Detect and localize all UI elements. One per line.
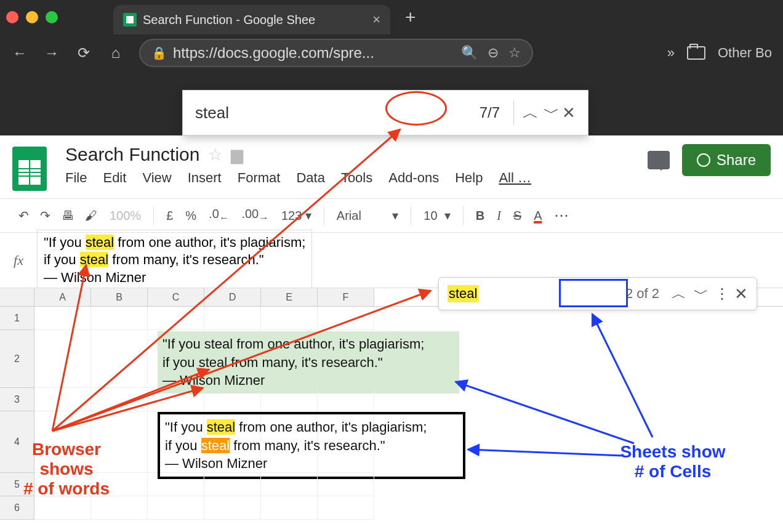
menu-data[interactable]: Data xyxy=(296,170,324,186)
zoom-select[interactable]: 100% xyxy=(110,209,141,223)
col-F[interactable]: F xyxy=(318,288,374,306)
sheets-find-prev-icon[interactable]: ︿ xyxy=(670,284,688,304)
highlight-word: steal xyxy=(80,252,108,267)
find-count: 7/7 xyxy=(480,104,500,121)
toolbar: ↶ ↷ 🖶 🖌 100% £ % .0← .00→ 123 ▾ Arial ▾ … xyxy=(0,198,783,233)
print-icon[interactable]: 🖶 xyxy=(62,209,74,223)
fullscreen-window[interactable] xyxy=(46,11,58,23)
undo-icon[interactable]: ↶ xyxy=(18,208,29,223)
row-5[interactable]: 5 xyxy=(0,473,34,496)
row-3[interactable]: 3 xyxy=(0,388,34,411)
text-color-button[interactable]: A xyxy=(534,209,542,223)
sheets-find-next-icon[interactable]: ﹀ xyxy=(693,284,710,304)
share-button[interactable]: Share xyxy=(682,144,771,176)
document-title[interactable]: Search Function xyxy=(65,144,199,165)
lock-icon: 🔒 xyxy=(151,46,167,60)
close-window[interactable] xyxy=(6,11,18,23)
share-label: Share xyxy=(717,151,756,169)
menu-help[interactable]: Help xyxy=(455,170,483,186)
browser-find-bar: steal 7/7 ︿ ﹀ ✕ xyxy=(182,90,588,135)
site-search-icon[interactable]: 🔍 xyxy=(461,45,478,61)
address-bar[interactable]: 🔒 https://docs.google.com/spre... 🔍 ⊖ ☆ xyxy=(139,39,533,67)
menu-edit[interactable]: Edit xyxy=(103,170,126,186)
browser-chrome: Search Function - Google Shee × + ← → ⟳ … xyxy=(0,0,783,135)
new-tab-button[interactable]: + xyxy=(405,7,416,28)
url-text: https://docs.google.com/spre... xyxy=(173,44,374,62)
minimize-window[interactable] xyxy=(26,11,38,23)
strike-button[interactable]: S xyxy=(513,209,521,223)
nav-bar: ← → ⟳ ⌂ 🔒 https://docs.google.com/spre..… xyxy=(0,34,783,71)
document-header: Search Function ☆ ▆ File Edit View Inser… xyxy=(0,135,783,191)
menu-insert[interactable]: Insert xyxy=(188,170,222,186)
increase-decimal[interactable]: .00→ xyxy=(241,207,268,224)
forward-icon[interactable]: → xyxy=(43,44,60,62)
menu-all[interactable]: All … xyxy=(499,170,531,186)
row-6[interactable]: 6 xyxy=(0,496,34,520)
currency-format[interactable]: £ xyxy=(166,209,173,223)
decrease-decimal[interactable]: .0← xyxy=(209,207,229,224)
select-all-corner[interactable] xyxy=(0,288,34,306)
fx-label: fx xyxy=(0,252,37,268)
other-bookmarks[interactable]: Other Bo xyxy=(718,45,772,61)
comments-icon[interactable] xyxy=(648,151,670,169)
italic-button[interactable]: I xyxy=(497,209,501,223)
row-4[interactable]: 4 xyxy=(0,411,34,473)
col-A[interactable]: A xyxy=(34,288,91,306)
highlight-word: steal xyxy=(207,419,235,435)
font-size[interactable]: 10 ▾ xyxy=(424,208,450,223)
sheets-logo-icon[interactable] xyxy=(12,147,47,191)
zoom-out-icon[interactable]: ⊖ xyxy=(488,45,499,61)
find-close-icon[interactable]: ✕ xyxy=(562,103,576,123)
percent-format[interactable]: % xyxy=(185,209,196,223)
overflow-icon[interactable]: » xyxy=(667,45,675,61)
sheets-find-count: 2 of 2 xyxy=(619,283,665,304)
col-C[interactable]: C xyxy=(148,288,204,306)
sheets-favicon xyxy=(123,13,137,26)
formula-content[interactable]: "If you steal from one author, it's plag… xyxy=(37,230,312,291)
highlight-word: steal xyxy=(86,235,114,250)
find-input[interactable]: steal xyxy=(195,103,229,123)
tab-title: Search Function - Google Shee xyxy=(143,13,315,27)
find-next-icon[interactable]: ﹀ xyxy=(541,102,562,124)
col-D[interactable]: D xyxy=(204,288,261,306)
reload-icon[interactable]: ⟳ xyxy=(75,44,92,62)
url-actions: 🔍 ⊖ ☆ xyxy=(461,45,521,61)
sheets-find-bar: steal 2 of 2 ︿ ﹀ ⋮ ✕ xyxy=(438,277,757,310)
folder-icon xyxy=(687,46,705,60)
menu-file[interactable]: File xyxy=(65,170,87,186)
col-E[interactable]: E xyxy=(261,288,318,306)
font-select[interactable]: Arial ▾ xyxy=(337,208,398,223)
toolbar-right: » Other Bo xyxy=(667,45,772,61)
menu-format[interactable]: Format xyxy=(238,170,281,186)
cell-B4-active[interactable]: "If you steal from one author, it's plag… xyxy=(158,412,465,479)
redo-icon[interactable]: ↷ xyxy=(40,208,50,223)
bold-button[interactable]: B xyxy=(476,209,484,223)
sheets-find-options-icon[interactable]: ⋮ xyxy=(715,285,729,302)
current-match: steal xyxy=(201,438,230,453)
tab-strip: Search Function - Google Shee × + xyxy=(0,0,783,34)
browser-tab[interactable]: Search Function - Google Shee × xyxy=(113,5,390,34)
find-separator xyxy=(513,100,514,125)
row-1[interactable]: 1 xyxy=(0,307,34,330)
toolbar-more-icon[interactable]: ⋯ xyxy=(554,207,570,224)
menu-bar: File Edit View Insert Format Data Tools … xyxy=(65,170,531,186)
row-2[interactable]: 2 xyxy=(0,330,34,388)
paint-format-icon[interactable]: 🖌 xyxy=(85,209,97,223)
spreadsheet-grid: A B C D E F 1 2 "If you steal from one a… xyxy=(0,288,783,520)
col-B[interactable]: B xyxy=(91,288,148,306)
tab-close-icon[interactable]: × xyxy=(372,12,380,28)
number-format[interactable]: 123 ▾ xyxy=(281,208,311,223)
sheets-find-close-icon[interactable]: ✕ xyxy=(734,284,748,304)
bookmark-star-icon[interactable]: ☆ xyxy=(508,45,521,61)
cell[interactable] xyxy=(34,307,91,330)
sheets-find-input[interactable]: steal xyxy=(448,285,478,302)
home-icon[interactable]: ⌂ xyxy=(107,44,124,62)
traffic-lights xyxy=(6,11,58,23)
menu-tools[interactable]: Tools xyxy=(341,170,372,186)
back-icon[interactable]: ← xyxy=(11,44,28,62)
move-folder-icon[interactable]: ▆ xyxy=(231,145,243,164)
find-prev-icon[interactable]: ︿ xyxy=(520,102,541,124)
menu-addons[interactable]: Add-ons xyxy=(388,170,439,186)
star-icon[interactable]: ☆ xyxy=(208,145,222,164)
menu-view[interactable]: View xyxy=(142,170,171,186)
